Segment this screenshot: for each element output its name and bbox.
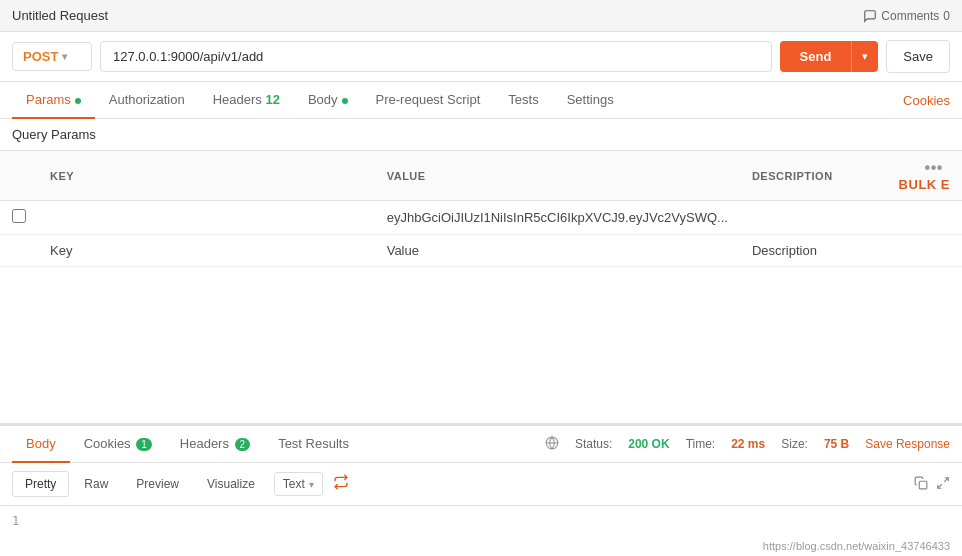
more-options-button[interactable]: ••• (925, 159, 943, 176)
row-checkbox-cell (0, 201, 38, 235)
svg-line-3 (944, 477, 948, 481)
headers-badge: 2 (235, 438, 251, 451)
comments-label: Comments (881, 9, 939, 23)
tab-settings[interactable]: Settings (553, 82, 628, 119)
tab-body[interactable]: Body (294, 82, 362, 119)
copy-icon[interactable] (914, 476, 928, 493)
format-arrow: ▾ (309, 479, 314, 490)
format-select[interactable]: Text ▾ (274, 472, 323, 496)
col-header-check (0, 151, 38, 201)
response-tab-headers[interactable]: Headers 2 (166, 426, 264, 463)
body-dot (342, 98, 348, 104)
placeholder-value-cell: Value (375, 235, 740, 267)
title-bar: Untitled Request Comments 0 (0, 0, 962, 32)
comments-count: 0 (943, 9, 950, 23)
title-bar-left: Untitled Request (12, 8, 108, 23)
placeholder-row: Key Value Description (0, 235, 962, 267)
cookies-badge: 1 (136, 438, 152, 451)
cookies-link[interactable]: Cookies (903, 93, 950, 108)
comment-icon (863, 9, 877, 23)
view-tab-pretty[interactable]: Pretty (12, 471, 69, 497)
bulk-edit-link[interactable]: Bulk E (899, 177, 950, 192)
response-tabs-bar: Body Cookies 1 Headers 2 Test Results St… (0, 426, 962, 463)
row-checkbox[interactable] (12, 209, 26, 223)
send-dropdown-button[interactable]: ▾ (851, 41, 878, 72)
response-tab-cookies[interactable]: Cookies 1 (70, 426, 166, 463)
view-tabs-bar: Pretty Raw Preview Visualize Text ▾ (0, 463, 962, 506)
method-select[interactable]: POST ▾ (12, 42, 92, 71)
placeholder-actions-cell (887, 235, 962, 267)
view-tab-preview[interactable]: Preview (123, 471, 192, 497)
code-area: 1 (0, 506, 962, 536)
globe-icon[interactable] (545, 436, 559, 453)
tabs-right: Cookies (903, 93, 950, 108)
footer-url: https://blog.csdn.net/waixin_43746433 (0, 536, 962, 556)
row-key-cell (38, 201, 375, 235)
status-value: 200 OK (628, 437, 669, 451)
col-header-description: DESCRIPTION (740, 151, 887, 201)
method-label: POST (23, 49, 58, 64)
request-tabs-bar: Params Authorization Headers 12 Body Pre… (0, 82, 962, 119)
method-arrow: ▾ (62, 51, 67, 62)
size-label: Size: (781, 437, 808, 451)
time-label: Time: (686, 437, 716, 451)
app: Untitled Request Comments 0 POST ▾ Send … (0, 0, 962, 556)
response-tab-body[interactable]: Body (12, 426, 70, 463)
view-tabs-right (914, 476, 950, 493)
table-header-row: KEY VALUE DESCRIPTION ••• Bulk E (0, 151, 962, 201)
url-input[interactable] (100, 41, 772, 72)
tab-authorization[interactable]: Authorization (95, 82, 199, 119)
content-area: Query Params KEY VALUE DESCRIPTION •• (0, 119, 962, 423)
time-value: 22 ms (731, 437, 765, 451)
col-header-key: KEY (38, 151, 375, 201)
view-tab-visualize[interactable]: Visualize (194, 471, 268, 497)
send-btn-group: Send ▾ (780, 41, 879, 72)
title-bar-right: Comments 0 (863, 9, 950, 23)
view-tab-raw[interactable]: Raw (71, 471, 121, 497)
comments-button[interactable]: Comments 0 (863, 9, 950, 23)
svg-line-4 (938, 484, 942, 488)
response-status: Status: 200 OK Time: 22 ms Size: 75 B Sa… (545, 436, 950, 453)
svg-rect-2 (919, 481, 927, 489)
tab-tests[interactable]: Tests (494, 82, 552, 119)
tab-params[interactable]: Params (12, 82, 95, 119)
format-label: Text (283, 477, 305, 491)
col-header-actions: ••• Bulk E (887, 151, 962, 201)
line-number: 1 (12, 514, 19, 528)
params-table: KEY VALUE DESCRIPTION ••• Bulk E (0, 151, 962, 267)
placeholder-check-cell (0, 235, 38, 267)
save-button[interactable]: Save (886, 40, 950, 73)
query-params-header: Query Params (0, 119, 962, 151)
row-description-cell (740, 201, 887, 235)
placeholder-key-cell: Key (38, 235, 375, 267)
expand-icon[interactable] (936, 476, 950, 493)
status-label: Status: (575, 437, 612, 451)
size-value: 75 B (824, 437, 849, 451)
tab-headers[interactable]: Headers 12 (199, 82, 294, 119)
save-response-button[interactable]: Save Response (865, 437, 950, 451)
response-section: Body Cookies 1 Headers 2 Test Results St… (0, 423, 962, 556)
send-button[interactable]: Send (780, 41, 852, 72)
col-header-value: VALUE (375, 151, 740, 201)
row-value-cell: eyJhbGciOiJIUzI1NiIsInR5cCI6IkpXVCJ9.eyJ… (375, 201, 740, 235)
url-bar: POST ▾ Send ▾ Save (0, 32, 962, 82)
row-actions-cell (887, 201, 962, 235)
params-dot (75, 98, 81, 104)
tab-prerequest[interactable]: Pre-request Script (362, 82, 495, 119)
request-title: Untitled Request (12, 8, 108, 23)
response-tab-test-results[interactable]: Test Results (264, 426, 363, 463)
placeholder-description-cell: Description (740, 235, 887, 267)
wrap-icon[interactable] (333, 474, 349, 494)
table-row: eyJhbGciOiJIUzI1NiIsInR5cCI6IkpXVCJ9.eyJ… (0, 201, 962, 235)
